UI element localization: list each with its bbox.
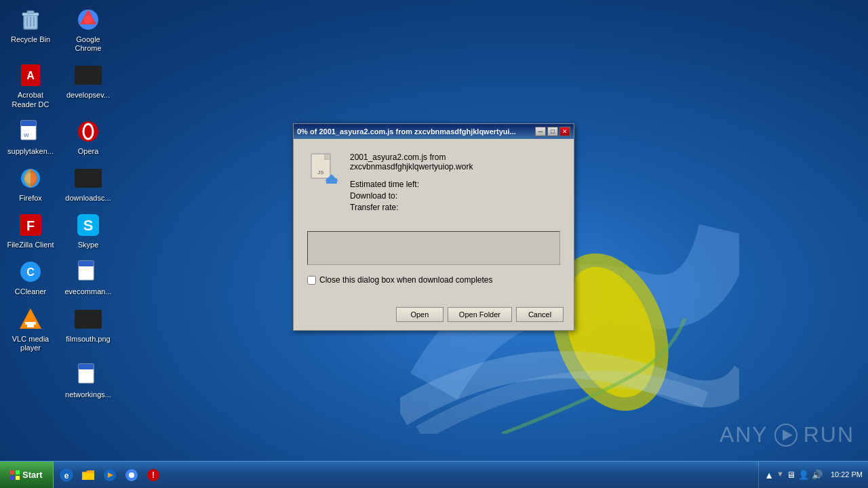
close-dialog-checkbox[interactable] bbox=[307, 276, 316, 285]
acrobat-icon: A bbox=[17, 62, 44, 89]
checkbox-row: Close this dialog box when download comp… bbox=[294, 275, 574, 291]
firefox-icon bbox=[17, 165, 44, 192]
titlebar-buttons: ─ □ ✕ bbox=[535, 127, 570, 136]
svg-rect-42 bbox=[10, 476, 14, 480]
svg-text:e: e bbox=[64, 471, 68, 481]
svg-rect-31 bbox=[79, 364, 94, 369]
download-dialog: 0% of 2001_asyura2.com.js from zxcvbnmas… bbox=[293, 123, 574, 331]
desktop-icon-supply[interactable]: W supplytaken... bbox=[3, 115, 58, 159]
tray-monitor-icon[interactable]: 🖥 bbox=[787, 470, 795, 481]
watermark-text: ANY bbox=[719, 422, 768, 447]
skype-label: Skype bbox=[78, 241, 99, 249]
download-info: 2001_asyura2.com.js from zxcvbnmasdfghjk… bbox=[350, 152, 560, 214]
vlc-icon bbox=[17, 306, 44, 333]
filmsouth-icon bbox=[75, 306, 102, 333]
svg-rect-34 bbox=[325, 154, 330, 159]
close-dialog-label[interactable]: Close this dialog box when download comp… bbox=[319, 275, 493, 285]
developsev-icon bbox=[75, 62, 102, 89]
tray-arrow-icon[interactable]: ▼ bbox=[776, 470, 784, 481]
chrome-label: Google Chrome bbox=[64, 35, 113, 53]
desktop: Recycle Bin A Acrobat Reader DC W supply… bbox=[0, 0, 868, 488]
svg-text:A: A bbox=[26, 70, 35, 81]
taskbar-ie-icon[interactable]: e bbox=[56, 465, 77, 485]
svg-marker-39 bbox=[783, 430, 793, 441]
desktop-icon-recycle-bin[interactable]: Recycle Bin bbox=[3, 3, 58, 56]
ccleaner-icon: C bbox=[17, 258, 44, 285]
recycle-bin-label: Recycle Bin bbox=[11, 35, 50, 44]
download-to-row: Download to: bbox=[350, 191, 560, 201]
svg-text:C: C bbox=[26, 266, 35, 278]
desktop-icon-skype[interactable]: S Skype bbox=[61, 209, 115, 252]
progress-bar-area bbox=[307, 231, 560, 265]
cancel-button[interactable]: Cancel bbox=[516, 307, 564, 322]
taskbar-items: e ! bbox=[54, 462, 759, 488]
svg-text:JS: JS bbox=[317, 169, 323, 176]
desktop-icon-evecomman[interactable]: evecomman... bbox=[61, 256, 115, 299]
desktop-icon-opera[interactable]: Opera bbox=[61, 115, 115, 159]
supply-icon: W bbox=[17, 118, 44, 145]
firefox-label: Firefox bbox=[19, 194, 42, 203]
tray-volume-icon[interactable]: 🔊 bbox=[812, 470, 823, 481]
open-button[interactable]: Open bbox=[396, 307, 443, 322]
desktop-icon-filezilla[interactable]: F FileZilla Client bbox=[3, 209, 58, 252]
desktop-icon-vlc[interactable]: VLC media player bbox=[3, 303, 58, 355]
taskbar-chrome-icon[interactable] bbox=[121, 465, 142, 485]
evecomman-label: evecomman... bbox=[64, 287, 111, 296]
download-file-icon: JS bbox=[307, 152, 340, 185]
svg-rect-37 bbox=[326, 178, 337, 184]
vlc-label: VLC media player bbox=[6, 335, 55, 352]
desktop-icon-chrome[interactable]: Google Chrome bbox=[61, 3, 115, 56]
transfer-rate-row: Transfer rate: bbox=[350, 203, 560, 212]
clock-time: 10:22 PM bbox=[831, 470, 863, 479]
dialog-title: 0% of 2001_asyura2.com.js from zxcvbnmas… bbox=[297, 127, 532, 136]
desktop-icon-developsev[interactable]: developsev... bbox=[61, 59, 115, 111]
tray-network-icon[interactable]: ▲ bbox=[764, 470, 774, 481]
open-folder-button[interactable]: Open Folder bbox=[448, 307, 512, 322]
svg-text:F: F bbox=[26, 218, 35, 233]
download-filename: 2001_asyura2.com.js from zxcvbnmasdfghjk… bbox=[350, 152, 560, 171]
dialog-buttons: Open Open Folder Cancel bbox=[294, 302, 574, 330]
opera-icon bbox=[75, 118, 102, 145]
anyrun-watermark: ANY RUN bbox=[719, 422, 854, 447]
downloadsc-icon bbox=[75, 165, 102, 192]
svg-rect-40 bbox=[10, 470, 14, 474]
desktop-icon-acrobat[interactable]: A Acrobat Reader DC bbox=[3, 59, 58, 111]
start-button[interactable]: Start bbox=[0, 462, 54, 489]
restore-button[interactable]: □ bbox=[547, 127, 558, 136]
dialog-titlebar: 0% of 2001_asyura2.com.js from zxcvbnmas… bbox=[294, 124, 574, 139]
downloadsc-label: downloadsc... bbox=[65, 194, 111, 203]
taskbar: Start e ! ▲ bbox=[0, 461, 868, 488]
svg-rect-20 bbox=[25, 322, 36, 325]
watermark-text2: RUN bbox=[804, 422, 854, 447]
svg-text:!: ! bbox=[152, 470, 155, 480]
filmsouth-label: filmsouth.png bbox=[66, 335, 110, 344]
start-label: Start bbox=[22, 470, 43, 480]
desktop-icon-networkings[interactable]: networkings... bbox=[61, 359, 115, 402]
desktop-icon-filmsouth[interactable]: filmsouth.png bbox=[61, 303, 115, 355]
tray-icons: ▲ ▼ 🖥 👤 🔊 bbox=[764, 470, 823, 481]
evecomman-icon bbox=[75, 258, 102, 285]
taskbar-folder-icon[interactable] bbox=[78, 465, 98, 485]
tray-user-icon[interactable]: 👤 bbox=[798, 470, 809, 481]
clock[interactable]: 10:22 PM bbox=[825, 470, 863, 479]
opera-label: Opera bbox=[78, 147, 99, 156]
dialog-icon-area: JS 2001_asyura2.com.js from zxcvbnmasdfg… bbox=[307, 152, 560, 214]
svg-text:S: S bbox=[83, 217, 94, 234]
desktop-icon-ccleaner[interactable]: C CCleaner bbox=[3, 256, 58, 299]
svg-rect-21 bbox=[27, 325, 34, 327]
skype-icon: S bbox=[75, 211, 102, 239]
system-tray: ▲ ▼ 🖥 👤 🔊 10:22 PM bbox=[758, 462, 868, 488]
svg-rect-4 bbox=[27, 11, 34, 14]
developsev-label: developsev... bbox=[66, 91, 110, 100]
taskbar-stop-icon[interactable]: ! bbox=[143, 465, 163, 485]
desktop-icon-firefox[interactable]: Firefox bbox=[3, 162, 58, 205]
desktop-icons-grid: Recycle Bin A Acrobat Reader DC W supply… bbox=[3, 3, 115, 402]
close-button[interactable]: ✕ bbox=[559, 127, 570, 136]
filezilla-label: FileZilla Client bbox=[7, 241, 54, 249]
desktop-icon-downloadsc[interactable]: downloadsc... bbox=[61, 162, 115, 205]
taskbar-media-icon[interactable] bbox=[100, 465, 120, 485]
svg-text:W: W bbox=[24, 132, 29, 138]
svg-point-49 bbox=[129, 472, 134, 478]
minimize-button[interactable]: ─ bbox=[535, 127, 546, 136]
chrome-icon bbox=[75, 6, 102, 33]
